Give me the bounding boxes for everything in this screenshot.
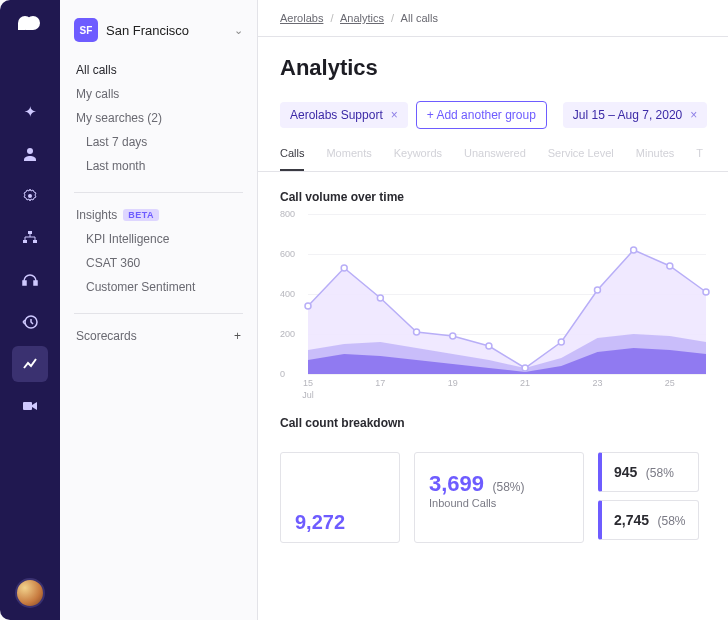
tab-keywords[interactable]: Keywords (394, 147, 442, 171)
workspace-name: San Francisco (106, 23, 189, 38)
nav-org-icon[interactable] (12, 220, 48, 256)
filter-chip-label: Jul 15 – Aug 7, 2020 (573, 108, 682, 122)
breadcrumb-current: All calls (401, 12, 438, 24)
nav-analytics-icon[interactable] (12, 346, 48, 382)
filter-row: Aerolabs Support × + Add another group J… (258, 101, 728, 129)
breadcrumb-section[interactable]: Analytics (340, 12, 384, 24)
tab-service-level[interactable]: Service Level (548, 147, 614, 171)
svg-point-10 (341, 265, 347, 271)
nav-rail: ✦ (0, 0, 60, 620)
sidebar-item-label: Insights (76, 208, 117, 222)
nav-settings-icon[interactable] (12, 178, 48, 214)
sidebar-item-all-calls[interactable]: All calls (60, 58, 257, 82)
breakdown-value: 9,272 (295, 511, 385, 534)
chart-call-volume: 0200400600800151719212325Jul (280, 214, 706, 404)
breadcrumb-sep: / (391, 12, 394, 24)
filter-chip-group[interactable]: Aerolabs Support × (280, 102, 408, 128)
filter-chip-daterange[interactable]: Jul 15 – Aug 7, 2020 × (563, 102, 707, 128)
breakdown-label: Inbound Calls (429, 497, 569, 509)
nav-headset-icon[interactable] (12, 262, 48, 298)
nav-contacts-icon[interactable] (12, 136, 48, 172)
sidebar-item-kpi[interactable]: KPI Intelligence (60, 227, 257, 251)
chart-title: Call volume over time (280, 190, 706, 204)
divider (74, 313, 243, 314)
tab-more[interactable]: T (696, 147, 703, 171)
page-title: Analytics (280, 55, 706, 81)
svg-point-17 (594, 287, 600, 293)
svg-point-9 (305, 303, 311, 309)
tab-minutes[interactable]: Minutes (636, 147, 675, 171)
divider (74, 192, 243, 193)
svg-point-20 (703, 289, 709, 295)
breakdown-card-inbound[interactable]: 3,699 (58%) Inbound Calls (414, 452, 584, 543)
breakdown-value: 945 (614, 464, 637, 480)
close-icon[interactable]: × (391, 108, 398, 122)
svg-point-1 (28, 194, 32, 198)
avatar[interactable] (15, 578, 45, 608)
add-group-button[interactable]: + Add another group (416, 101, 547, 129)
svg-point-19 (667, 263, 673, 269)
svg-rect-3 (23, 240, 27, 243)
sidebar-item-my-calls[interactable]: My calls (60, 82, 257, 106)
sidebar-item-insights[interactable]: Insights BETA (60, 203, 257, 227)
svg-rect-4 (33, 240, 37, 243)
breakdown-value: 2,745 (614, 512, 649, 528)
breakdown-title: Call count breakdown (280, 416, 706, 430)
svg-rect-2 (28, 231, 32, 234)
sidebar-item-csat[interactable]: CSAT 360 (60, 251, 257, 275)
sidebar-item-last-month[interactable]: Last month (60, 154, 257, 178)
sidebar-item-last-7-days[interactable]: Last 7 days (60, 130, 257, 154)
nav-history-icon[interactable] (12, 304, 48, 340)
sidebar: SF San Francisco ⌄ All calls My calls My… (60, 0, 258, 620)
breakdown-card-b[interactable]: 2,745 (58% (598, 500, 699, 540)
breakdown-pct: (58% (646, 466, 674, 480)
plus-icon[interactable]: + (234, 329, 241, 343)
workspace-switcher[interactable]: SF San Francisco ⌄ (60, 0, 257, 54)
tab-calls[interactable]: Calls (280, 147, 304, 171)
app-logo-icon (18, 14, 42, 34)
breakdown-pct: (58% (658, 514, 686, 528)
svg-point-14 (486, 343, 492, 349)
svg-rect-6 (34, 281, 37, 285)
breakdown-pct: (58%) (493, 480, 525, 494)
sidebar-item-sentiment[interactable]: Customer Sentiment (60, 275, 257, 299)
breakdown-value: 3,699 (429, 471, 484, 496)
sidebar-item-scorecards[interactable]: Scorecards + (60, 324, 257, 348)
tab-unanswered[interactable]: Unanswered (464, 147, 526, 171)
tab-moments[interactable]: Moments (326, 147, 371, 171)
svg-point-16 (558, 339, 564, 345)
content: Aerolabs / Analytics / All calls Analyti… (258, 0, 728, 620)
svg-rect-8 (23, 402, 32, 410)
breadcrumb-sep: / (330, 12, 333, 24)
svg-point-11 (377, 295, 383, 301)
breakdown-card-total[interactable]: 9,272 (280, 452, 400, 543)
svg-point-13 (450, 333, 456, 339)
svg-point-18 (631, 247, 637, 253)
filter-chip-label: Aerolabs Support (290, 108, 383, 122)
breadcrumb: Aerolabs / Analytics / All calls (258, 0, 728, 37)
tabs: Calls Moments Keywords Unanswered Servic… (258, 129, 728, 172)
breakdown-card-a[interactable]: 945 (58% (598, 452, 699, 492)
sidebar-item-my-searches[interactable]: My searches (2) (60, 106, 257, 130)
svg-point-12 (414, 329, 420, 335)
chevron-down-icon: ⌄ (234, 24, 243, 37)
svg-point-0 (27, 148, 33, 154)
breadcrumb-root[interactable]: Aerolabs (280, 12, 323, 24)
close-icon[interactable]: × (690, 108, 697, 122)
svg-rect-5 (23, 281, 26, 285)
sidebar-item-label: Scorecards (76, 329, 137, 343)
beta-badge: BETA (123, 209, 158, 221)
breakdown-row: 9,272 3,699 (58%) Inbound Calls 945 (58%… (258, 448, 728, 543)
nav-video-icon[interactable] (12, 388, 48, 424)
svg-point-15 (522, 365, 528, 371)
nav-sparkle-icon[interactable]: ✦ (12, 94, 48, 130)
workspace-chip: SF (74, 18, 98, 42)
